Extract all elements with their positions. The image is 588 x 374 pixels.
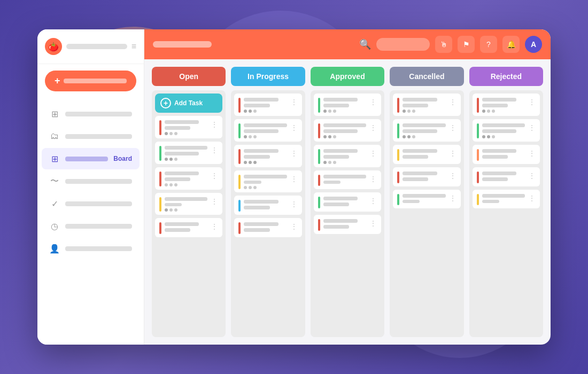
task-menu-icon[interactable]: ⋮ <box>211 172 218 180</box>
sidebar-item-label <box>65 157 108 161</box>
sidebar-item-label <box>65 112 132 116</box>
task-menu-icon[interactable]: ⋮ <box>528 98 536 106</box>
column-header-approved: Approved <box>311 67 384 86</box>
task-card[interactable]: ⋮ <box>155 167 222 190</box>
hamburger-icon[interactable]: ≡ <box>131 42 136 51</box>
task-menu-icon[interactable]: ⋮ <box>211 222 218 231</box>
sidebar-item-projects[interactable]: 🗂 <box>42 126 140 147</box>
task-content <box>244 175 287 189</box>
task-card[interactable]: ⋮ <box>393 190 460 208</box>
plus-icon: + <box>55 75 60 87</box>
task-menu-icon[interactable]: ⋮ <box>369 149 377 158</box>
task-card[interactable]: ⋮ <box>234 170 301 192</box>
task-card[interactable]: ⋮ <box>155 218 222 237</box>
notifications-button[interactable]: 🔔 <box>502 36 520 53</box>
create-button[interactable]: + <box>45 71 136 91</box>
user-avatar[interactable]: A <box>525 36 542 53</box>
task-card[interactable]: ⋮ <box>234 196 301 215</box>
task-menu-icon[interactable]: ⋮ <box>449 172 457 180</box>
task-card[interactable]: ⋮ <box>473 94 540 116</box>
task-card[interactable]: ⋮ <box>234 94 301 116</box>
task-card[interactable]: ⋮ <box>393 119 460 142</box>
task-card[interactable]: ⋮ <box>155 142 222 164</box>
task-card[interactable]: ⋮ <box>393 145 460 164</box>
task-menu-icon[interactable]: ⋮ <box>369 219 377 228</box>
sidebar-item-time[interactable]: ◷ <box>42 215 140 237</box>
task-menu-icon[interactable]: ⋮ <box>290 98 298 106</box>
task-menu-icon[interactable]: ⋮ <box>211 146 218 154</box>
task-content <box>482 194 525 205</box>
sidebar-item-analytics[interactable]: 〜 <box>42 170 140 192</box>
task-content <box>165 146 207 161</box>
task-card[interactable]: ⋮ <box>473 119 540 142</box>
task-card[interactable]: ⋮ <box>473 190 540 208</box>
task-menu-icon[interactable]: ⋮ <box>528 149 536 158</box>
task-card[interactable]: ⋮ <box>314 119 381 142</box>
task-menu-icon[interactable]: ⋮ <box>369 197 377 205</box>
task-priority-bar <box>397 149 399 161</box>
task-card[interactable]: ⋮ <box>155 116 222 138</box>
task-menu-icon[interactable]: ⋮ <box>528 172 536 180</box>
task-menu-icon[interactable]: ⋮ <box>290 200 298 208</box>
column-body-inprogress[interactable]: ⋮ ⋮ <box>231 90 305 337</box>
task-content <box>403 98 445 113</box>
task-content <box>244 98 287 113</box>
analytics-icon: 〜 <box>49 176 60 186</box>
task-menu-icon[interactable]: ⋮ <box>528 123 536 132</box>
task-card[interactable]: ⋮ <box>393 94 460 116</box>
task-menu-icon[interactable]: ⋮ <box>528 194 536 202</box>
task-card[interactable]: ⋮ <box>234 119 301 142</box>
task-card[interactable]: ⋮ <box>314 94 381 116</box>
column-body-rejected[interactable]: ⋮ ⋮ <box>469 90 543 337</box>
column-approved: Approved ⋮ <box>311 67 384 337</box>
search-input[interactable] <box>376 38 430 51</box>
help-button[interactable]: ? <box>480 36 497 53</box>
task-menu-icon[interactable]: ⋮ <box>290 149 298 158</box>
task-menu-icon[interactable]: ⋮ <box>290 175 298 183</box>
add-task-button[interactable]: + Add Task <box>155 94 222 113</box>
task-menu-icon[interactable]: ⋮ <box>369 98 377 106</box>
task-content <box>323 149 366 164</box>
task-card[interactable]: ⋮ <box>473 145 540 164</box>
task-title <box>165 222 199 226</box>
task-priority-bar <box>397 172 399 183</box>
task-card[interactable]: ⋮ <box>314 192 381 212</box>
sidebar-item-contacts[interactable]: 👤 <box>42 238 140 259</box>
task-content <box>482 172 525 183</box>
task-content <box>323 175 366 186</box>
flag-button[interactable]: ⚑ <box>458 36 475 53</box>
sidebar-item-tasks[interactable]: ✓ <box>42 193 140 214</box>
task-menu-icon[interactable]: ⋮ <box>449 194 457 202</box>
sidebar-item-board[interactable]: ⊞ Board <box>42 148 140 169</box>
task-menu-icon[interactable]: ⋮ <box>449 98 457 106</box>
task-card[interactable]: ⋮ <box>393 167 460 186</box>
task-card[interactable]: ⋮ <box>473 167 540 186</box>
column-body-cancelled[interactable]: ⋮ ⋮ <box>390 90 463 337</box>
sidebar-item-dashboard[interactable]: ⊞ <box>42 103 140 124</box>
sidebar-item-label <box>65 224 132 229</box>
task-menu-icon[interactable]: ⋮ <box>369 175 377 183</box>
task-content <box>244 222 287 234</box>
task-content <box>403 123 445 138</box>
task-menu-icon[interactable]: ⋮ <box>369 123 377 132</box>
task-priority-bar <box>159 222 161 234</box>
column-body-approved[interactable]: ⋮ ⋮ <box>311 90 384 337</box>
task-card[interactable]: ⋮ <box>155 193 222 215</box>
task-menu-icon[interactable]: ⋮ <box>449 149 457 158</box>
column-body-open[interactable]: + Add Task ⋮ <box>152 90 226 337</box>
task-menu-icon[interactable]: ⋮ <box>449 123 457 132</box>
task-menu-icon[interactable]: ⋮ <box>290 222 298 231</box>
task-menu-icon[interactable]: ⋮ <box>211 120 218 129</box>
cursor-button[interactable]: 🖱 <box>435 36 452 53</box>
task-card[interactable]: ⋮ <box>234 145 301 167</box>
task-menu-icon[interactable]: ⋮ <box>290 123 298 132</box>
board-area: Open + Add Task ⋮ <box>144 59 551 345</box>
task-card[interactable]: ⋮ <box>314 215 381 234</box>
column-header-inprogress: In Progress <box>231 67 305 86</box>
task-card[interactable]: ⋮ <box>314 170 381 189</box>
task-menu-icon[interactable]: ⋮ <box>211 197 218 206</box>
task-card[interactable]: ⋮ <box>314 145 381 167</box>
task-content <box>165 197 207 212</box>
search-icon[interactable]: 🔍 <box>359 38 371 50</box>
task-card[interactable]: ⋮ <box>234 218 301 237</box>
